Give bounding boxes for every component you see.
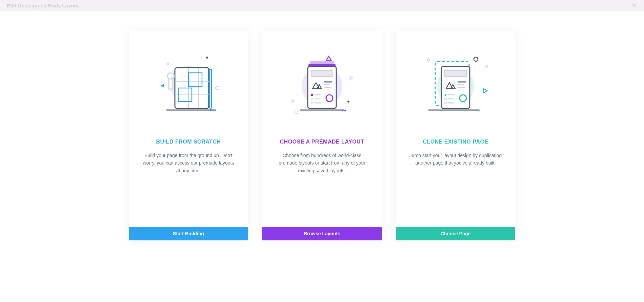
start-building-button[interactable]: Start Building <box>129 227 248 240</box>
premade-illustration <box>262 30 382 139</box>
modal-header: Edit Unassigned Body Layout ✕ <box>0 0 644 11</box>
build-description: Build your page from the ground up. Don'… <box>129 152 248 174</box>
premade-title: CHOOSE A PREMADE LAYOUT <box>280 139 364 145</box>
svg-point-31 <box>347 101 349 103</box>
svg-rect-16 <box>309 61 335 64</box>
clone-description: Jump start your layout design by duplica… <box>396 152 515 167</box>
modal-title: Edit Unassigned Body Layout <box>7 3 79 8</box>
svg-rect-38 <box>445 70 466 77</box>
clone-page-card: CLONE EXISTING PAGE Jump start your layo… <box>396 30 515 240</box>
svg-point-12 <box>216 86 219 90</box>
svg-point-32 <box>295 110 298 113</box>
svg-point-50 <box>474 57 478 61</box>
build-title: BUILD FROM SCRATCH <box>156 139 221 145</box>
svg-rect-34 <box>344 110 346 111</box>
browse-layouts-button[interactable]: Browse Layouts <box>262 227 382 240</box>
premade-description: Choose from hundreds of world-class prem… <box>262 152 382 174</box>
modal-content: BUILD FROM SCRATCH Build your page from … <box>0 11 644 302</box>
svg-point-11 <box>206 57 208 59</box>
svg-rect-52 <box>479 110 480 111</box>
svg-rect-19 <box>311 70 333 77</box>
svg-rect-9 <box>169 79 173 89</box>
choose-page-button[interactable]: Choose Page <box>396 227 515 240</box>
svg-rect-14 <box>215 110 216 111</box>
svg-rect-33 <box>342 110 343 111</box>
svg-rect-23 <box>311 94 313 96</box>
build-illustration <box>129 30 248 139</box>
choose-premade-card: CHOOSE A PREMADE LAYOUT Choose from hund… <box>262 30 382 240</box>
svg-rect-13 <box>212 110 214 111</box>
svg-rect-42 <box>445 94 446 96</box>
svg-rect-51 <box>476 110 477 111</box>
clone-title: CLONE EXISTING PAGE <box>423 139 488 145</box>
build-from-scratch-card: BUILD FROM SCRATCH Build your page from … <box>129 30 248 240</box>
close-icon[interactable]: ✕ <box>631 1 637 9</box>
clone-illustration <box>396 30 515 139</box>
